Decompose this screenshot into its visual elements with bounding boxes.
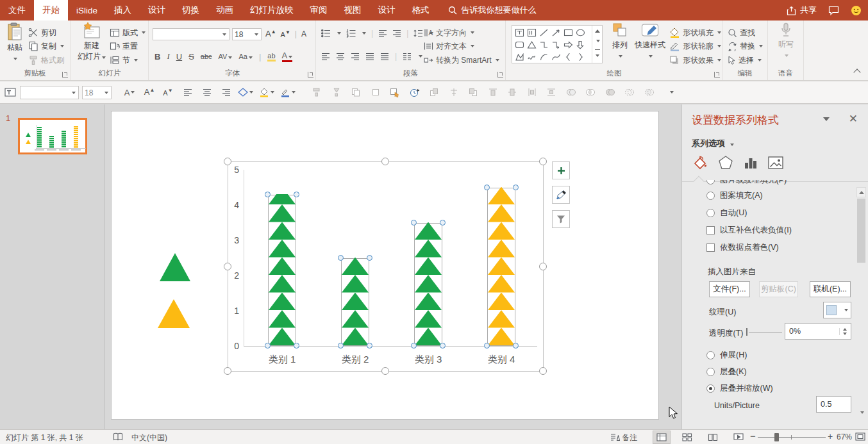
replace-button[interactable]: 替换 [728, 40, 763, 52]
qt-shape-button[interactable] [238, 85, 253, 99]
shape-arc-icon[interactable] [538, 51, 550, 63]
chart-object[interactable]: 012345类别 1类别 2类别 3类别 4 [228, 161, 544, 372]
transparency-slider-track[interactable] [749, 332, 782, 333]
shape-block-right-icon[interactable] [562, 38, 574, 51]
shape-freeform-icon[interactable] [513, 51, 526, 63]
pane-tab-picture-icon[interactable] [767, 154, 784, 171]
menu-tab-iSlide[interactable]: iSlide [68, 0, 106, 21]
qt-paste-button[interactable] [368, 85, 383, 99]
layout-button[interactable]: 版式 [110, 27, 146, 38]
qt-copy-button[interactable] [348, 85, 363, 99]
shape-elbow-icon[interactable] [538, 38, 550, 51]
qt-format-painter-button[interactable] [309, 85, 324, 99]
menu-tab-动画[interactable]: 动画 [208, 0, 242, 21]
align-left-button[interactable] [321, 53, 330, 61]
pane-scrollbar[interactable] [856, 187, 866, 418]
menu-tab-文件[interactable]: 文件 [0, 0, 34, 21]
view-normal-button[interactable] [653, 431, 671, 444]
feedback-smiley-icon[interactable] [851, 5, 862, 16]
shadow-button[interactable]: abc [201, 53, 212, 60]
fill-check-2[interactable]: 以互补色代表负值(I) [706, 225, 792, 235]
share-button[interactable]: 共享 [787, 4, 817, 16]
menu-tab-设计[interactable]: 设计 [370, 0, 404, 21]
slide-thumbnail[interactable] [18, 118, 87, 154]
dialog-launcher-clipboard[interactable] [62, 72, 68, 78]
stack-radio-0[interactable]: 伸展(H) [706, 350, 747, 360]
view-slideshow-button[interactable] [730, 431, 747, 444]
text-direction-button[interactable]: A文字方向 [424, 27, 474, 38]
char-spacing-button[interactable]: AV [219, 53, 233, 60]
tell-me-search[interactable]: 告诉我你想要做什么 [448, 0, 537, 21]
fill-check-3[interactable]: 依数据点着色(V) [706, 242, 779, 252]
chart-bar-3[interactable] [414, 223, 442, 347]
distribute-button[interactable] [380, 53, 389, 61]
chart-filter-button[interactable] [552, 210, 570, 228]
grow-font-button[interactable]: A▲ [265, 29, 276, 38]
pane-close-icon[interactable]: ✕ [849, 112, 858, 126]
qt-font-color-button[interactable]: A [122, 85, 137, 99]
zoom-slider-thumb[interactable] [774, 433, 779, 441]
qt-select-object-button[interactable] [387, 85, 403, 99]
italic-button[interactable]: I [167, 51, 169, 62]
chart-add-element-button[interactable] [552, 161, 570, 179]
shapes-gallery[interactable] [512, 25, 603, 63]
cut-button[interactable]: 剪切 [28, 27, 56, 38]
columns-button[interactable] [403, 53, 412, 61]
shape-brace-l-icon[interactable] [562, 51, 574, 63]
qt-animation-timing-button[interactable] [407, 85, 422, 99]
qt-font-size-combo[interactable]: 18 [82, 86, 112, 99]
qt-font-combo[interactable] [20, 86, 79, 99]
spellcheck-icon[interactable] [113, 432, 124, 443]
qt-grow-font-button[interactable]: A▲ [142, 85, 157, 99]
menu-tab-切换[interactable]: 切换 [174, 0, 208, 21]
menu-tab-幻灯片放映[interactable]: 幻灯片放映 [242, 0, 302, 21]
reset-button[interactable]: 重置 [110, 40, 138, 52]
qt-align-center-button[interactable] [199, 85, 215, 99]
stack-radio-1[interactable]: 层叠(K) [706, 366, 747, 377]
shape-vtext-box-icon[interactable] [526, 26, 538, 38]
shape-round-rect-icon[interactable] [513, 38, 526, 51]
new-slide-button[interactable]: 新建幻灯片 [76, 22, 107, 62]
shape-text-box-icon[interactable] [513, 26, 526, 38]
shape-fill-button[interactable]: 形状填充 [669, 27, 721, 38]
texture-dropdown[interactable] [823, 302, 851, 318]
chart-bar-2[interactable] [341, 258, 369, 347]
gallery-up-icon[interactable] [595, 29, 600, 33]
shape-brace-r-icon[interactable] [574, 51, 587, 63]
clear-format-button[interactable]: A [301, 29, 306, 38]
shape-block-down-icon[interactable] [574, 38, 587, 51]
fit-slide-button[interactable] [855, 432, 865, 443]
menu-tab-格式[interactable]: 格式 [404, 0, 438, 21]
qt-more-button[interactable] [664, 85, 679, 99]
zoom-percentage[interactable]: 67% [837, 432, 852, 441]
slide-triangle-green[interactable] [160, 253, 190, 281]
decrease-indent-button[interactable] [378, 29, 387, 38]
pane-scroll-down-icon[interactable] [856, 407, 866, 418]
gallery-down-icon[interactable] [596, 40, 600, 42]
find-button[interactable]: 查找 [728, 27, 755, 38]
gallery-more-icon[interactable] [595, 49, 600, 59]
slide-triangle-yellow[interactable] [158, 299, 190, 328]
bullets-button[interactable] [321, 29, 331, 38]
shape-elbow-arrow-icon[interactable] [550, 38, 562, 51]
pane-dropdown-icon[interactable] [823, 117, 830, 121]
insert-from-button-2[interactable]: 联机(E)... [810, 281, 851, 297]
menu-tab-审阅[interactable]: 审阅 [302, 0, 336, 21]
copy-button[interactable]: 复制 [28, 40, 64, 52]
menu-tab-插入[interactable]: 插入 [106, 0, 140, 21]
qt-outline-button[interactable] [280, 85, 296, 99]
pane-scroll-thumb[interactable] [857, 199, 865, 263]
chart-bar-4[interactable] [487, 188, 515, 347]
chart-bar-1[interactable] [268, 195, 296, 347]
zoom-out-button[interactable]: − [750, 432, 756, 441]
quick-styles-button[interactable]: 快速样式 [633, 22, 667, 60]
align-text-button[interactable]: 对齐文本 [424, 40, 474, 52]
qt-align-left-button[interactable] [180, 85, 196, 99]
view-sorter-button[interactable] [678, 431, 696, 444]
pane-tab-effects-icon[interactable] [717, 154, 734, 171]
font-color-button[interactable]: A [282, 51, 293, 62]
pane-tab-fill-icon[interactable] [692, 154, 708, 171]
shape-outline-button[interactable]: 形状轮廓 [669, 40, 721, 52]
strikethrough-button[interactable]: S [188, 52, 194, 62]
section-button[interactable]: 节 [110, 54, 138, 66]
